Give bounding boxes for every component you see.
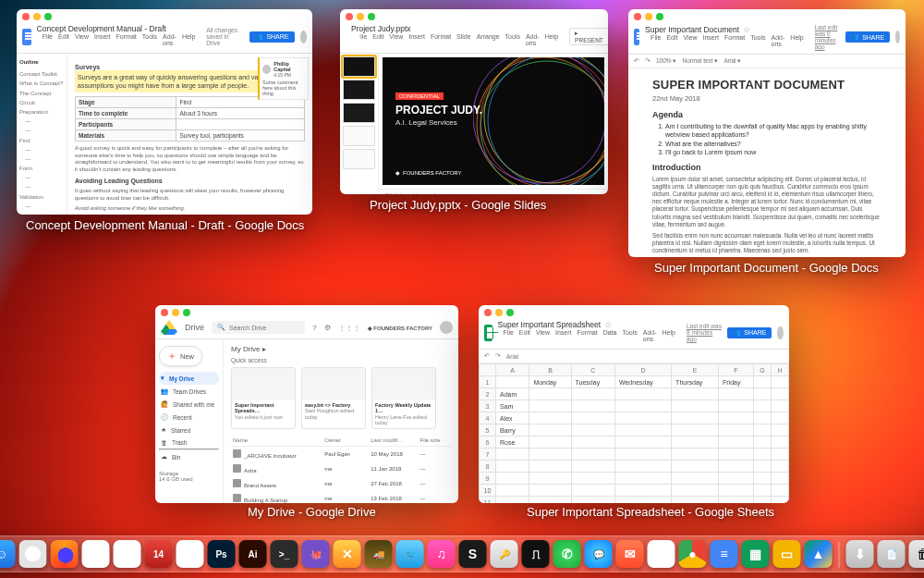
cell[interactable]	[719, 461, 754, 473]
col-header[interactable]: C	[571, 364, 614, 376]
menu-item[interactable]: Insert	[555, 329, 572, 342]
cell[interactable]: Tuesday	[571, 376, 614, 388]
menu-item[interactable]: Format	[116, 33, 137, 46]
quick-access-card[interactable]: easy.bit <> FactorySam Houghton edited t…	[301, 367, 366, 429]
outline-item[interactable]: Form	[19, 164, 64, 173]
sidebar-item[interactable]: 🗑Trash	[159, 437, 219, 449]
outline-item[interactable]: The Concept Circuit	[19, 89, 64, 107]
minimize-icon[interactable]	[357, 13, 364, 20]
cell[interactable]	[772, 376, 789, 388]
traffic-lights[interactable]	[479, 305, 789, 318]
new-button[interactable]: ＋New	[159, 346, 202, 366]
menu-item[interactable]: View	[75, 33, 89, 46]
menu-item[interactable]: Add-ons	[526, 33, 540, 46]
window-docs-important[interactable]: Super Important Document ☆ FileEditViewI…	[628, 9, 906, 257]
cell[interactable]	[571, 461, 614, 473]
col-header[interactable]: H	[772, 364, 789, 376]
table-row[interactable]: Ashame11 Jan 2018—	[231, 461, 451, 476]
star-icon[interactable]: ☆	[604, 320, 612, 329]
outline-item[interactable]: —	[19, 145, 64, 154]
dock-app-transmit[interactable]: 🚚	[365, 540, 393, 568]
sidebar-item[interactable]: ▾My Drive	[159, 372, 219, 385]
cell[interactable]	[615, 424, 672, 437]
sidebar-item[interactable]: 🙋Shared with me	[159, 398, 219, 411]
dock[interactable]: ☺✦✱2214◉PsAi>_🐙✕🚚🐦♫S🔑⎍✆💬✉◆●≡▦▭▲⬇📄🗑	[0, 535, 924, 572]
undo-icon[interactable]: ↶	[634, 57, 639, 65]
close-icon[interactable]	[161, 309, 168, 316]
cell[interactable]	[529, 461, 571, 473]
row-header[interactable]: 2	[480, 388, 496, 400]
menu-item[interactable]: Format	[724, 34, 745, 47]
cell[interactable]: Monday	[529, 376, 571, 388]
sidebar-item[interactable]: ☁Bin	[159, 450, 219, 463]
menu-bar[interactable]: FileEditViewInsertFormatToolsAdd-onsHelp	[645, 34, 809, 50]
close-icon[interactable]	[22, 13, 30, 20]
close-icon[interactable]	[634, 13, 641, 20]
drive-main[interactable]: My Drive ▸ Quick access Super Important …	[224, 339, 458, 503]
window-sheets[interactable]: Super Important Spreadsheet ☆ FileEditVi…	[479, 305, 789, 503]
drive-sidebar[interactable]: ＋New ▾My Drive👥Team Drives🙋Shared with m…	[155, 339, 224, 503]
cell[interactable]	[772, 424, 789, 437]
window-drive[interactable]: Drive 🔍 Search Drive ? ⚙ ⋮⋮⋮ ◆ FOUNDERS …	[155, 305, 458, 503]
slide-thumb[interactable]	[343, 126, 375, 146]
dock-app-firefox[interactable]	[51, 540, 79, 568]
cell[interactable]	[615, 497, 672, 504]
cell[interactable]	[672, 437, 719, 449]
menu-item[interactable]: View	[536, 329, 550, 342]
cell[interactable]	[772, 437, 789, 449]
dock-app-sonos[interactable]: S	[459, 540, 487, 568]
window-docs-concept[interactable]: Concept Development Manual - Draft FileE…	[17, 9, 312, 215]
cell[interactable]	[496, 461, 529, 473]
cell[interactable]	[615, 412, 672, 424]
doc-title[interactable]: Super Important Spreadsheet	[498, 320, 602, 329]
minimize-icon[interactable]	[172, 309, 179, 316]
traffic-lights[interactable]	[17, 9, 312, 22]
font-select[interactable]: Arial	[506, 353, 518, 360]
cell[interactable]	[615, 400, 672, 412]
sidebar-item[interactable]: ★Starred	[159, 424, 219, 437]
cell[interactable]	[719, 412, 754, 424]
menu-item[interactable]: Insert	[703, 34, 720, 47]
dock-app-google-docs[interactable]: ≡	[711, 540, 738, 568]
dock-app-tweetbot[interactable]: 🐦	[396, 540, 424, 568]
outline-item[interactable]: Preparation	[19, 107, 64, 117]
cell[interactable]	[571, 424, 614, 437]
row-header[interactable]: 9	[480, 473, 496, 485]
fullscreen-icon[interactable]	[183, 309, 190, 316]
quick-access-card[interactable]: Super Important Spreads…You edited it ju…	[231, 367, 296, 429]
cell[interactable]	[772, 388, 789, 400]
avatar[interactable]	[440, 321, 453, 334]
col-header[interactable]: D	[615, 364, 672, 376]
outline-item[interactable]: —	[19, 117, 64, 126]
dock-app-chrome[interactable]: ●	[679, 540, 707, 568]
cell[interactable]	[672, 497, 719, 504]
dock-app-slack[interactable]: ✱	[82, 540, 110, 568]
menu-item[interactable]: Help	[663, 329, 675, 342]
menu-item[interactable]: Format	[431, 33, 451, 46]
row-header[interactable]: 1	[480, 376, 496, 388]
menu-bar[interactable]: FileEditViewInsertFormatToolsAdd-onsHelp	[37, 33, 201, 49]
doc-title[interactable]: Super Important Document	[645, 25, 739, 34]
col-header[interactable]: E	[672, 364, 719, 376]
cell[interactable]	[753, 412, 771, 424]
menu-bar[interactable]: FileEditViewInsertFormatDataToolsAdd-ons…	[498, 329, 681, 345]
cell[interactable]	[672, 400, 719, 412]
cell[interactable]	[753, 437, 771, 449]
dock-app-calendar[interactable]: 22	[114, 540, 141, 568]
cell[interactable]	[496, 497, 529, 504]
cell[interactable]	[529, 388, 571, 400]
doc-title[interactable]: Concept Development Manual - Draft	[37, 24, 201, 33]
dock-app-sketch[interactable]: ◆	[648, 540, 675, 568]
menu-item[interactable]: Data	[603, 329, 617, 342]
menu-item[interactable]: Edit	[372, 33, 383, 46]
slide-thumb[interactable]	[343, 56, 375, 77]
cell[interactable]	[672, 424, 719, 437]
cell[interactable]	[529, 473, 571, 485]
cell[interactable]	[772, 473, 789, 485]
outline-item[interactable]: —	[19, 154, 64, 164]
dock-app-activity[interactable]: ⎍	[522, 540, 550, 568]
outline-item[interactable]: Find	[19, 136, 64, 145]
dock-app-finder[interactable]: ☺	[0, 540, 16, 568]
minimize-icon[interactable]	[645, 13, 652, 20]
file-table[interactable]: NameOwnerLast modifi…File size _ARCHIVE …	[231, 435, 451, 503]
